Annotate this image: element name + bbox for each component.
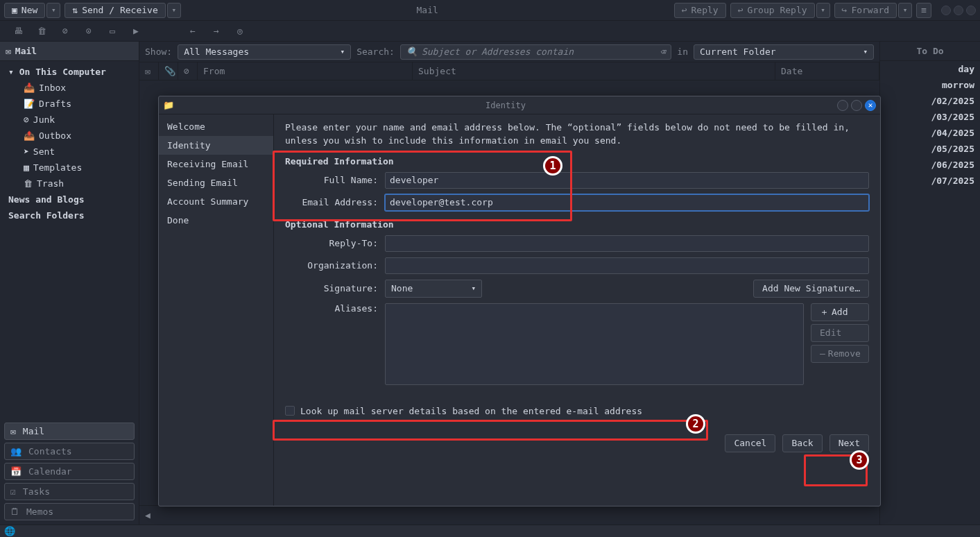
col-status-icon[interactable]: ✉	[139, 62, 159, 80]
nav-summary[interactable]: Account Summary	[159, 192, 273, 211]
highlight-box-3	[804, 454, 868, 486]
alias-add-button[interactable]: ＋Add	[811, 303, 869, 321]
forward-dropdown[interactable]: ▾	[898, 3, 912, 18]
tree-on-this-computer[interactable]: ▾ On This Computer	[0, 64, 139, 80]
search-placeholder: Subject or Addresses contain	[422, 46, 574, 57]
switcher-memos[interactable]: 🗒Memos	[4, 503, 135, 520]
optional-section-title: Optional Information	[285, 219, 869, 230]
send-receive-button[interactable]: ⇅ Send / Receive	[65, 3, 165, 18]
not-junk-icon[interactable]: ⊙	[83, 26, 94, 36]
alias-remove-button[interactable]: —Remove	[811, 345, 869, 363]
col-flag-icon[interactable]: ⊘	[178, 62, 198, 80]
junk-icon[interactable]: ⊘	[60, 26, 71, 36]
new-dropdown[interactable]: ▾	[46, 3, 60, 18]
dialog-close[interactable]: ✕	[865, 100, 876, 111]
todo-item[interactable]: /03/2025	[880, 109, 980, 125]
todo-item[interactable]: /04/2025	[880, 125, 980, 141]
nav-receiving[interactable]: Receiving Email	[159, 155, 273, 173]
nav-identity[interactable]: Identity	[159, 136, 273, 155]
group-reply-button[interactable]: ↩ Group Reply	[730, 3, 815, 18]
folder-junk[interactable]: ⊘Junk	[0, 112, 139, 128]
dialog-maximize[interactable]	[851, 100, 862, 111]
junk-folder-icon: ⊘	[24, 114, 29, 125]
col-date[interactable]: Date	[775, 62, 879, 80]
window-maximize[interactable]	[954, 6, 963, 15]
dialog-minimize[interactable]	[837, 100, 848, 111]
label-full-name: Full Name:	[285, 175, 378, 185]
switcher-mail[interactable]: ✉Mail	[4, 423, 135, 440]
alias-edit-button[interactable]: Edit	[811, 324, 869, 342]
move-icon[interactable]: ▶	[130, 26, 141, 36]
label-reply-to: Reply-To:	[285, 238, 378, 248]
reply-button[interactable]: ↩ Reply	[674, 3, 726, 18]
send-receive-dropdown[interactable]: ▾	[167, 3, 181, 18]
templates-icon: ▦	[24, 162, 29, 173]
input-organization[interactable]	[385, 257, 869, 274]
group-reply-label: Group Reply	[747, 5, 807, 15]
new-button[interactable]: ▣ New	[4, 3, 45, 18]
tree-news[interactable]: News and Blogs	[0, 191, 139, 207]
folder-drafts[interactable]: 📝Drafts	[0, 96, 139, 112]
group-reply-dropdown[interactable]: ▾	[816, 3, 830, 18]
folder-templates[interactable]: ▦Templates	[0, 160, 139, 176]
preview-toggle[interactable]: ◀	[139, 505, 879, 525]
folder-trash[interactable]: 🗑Trash	[0, 176, 139, 191]
contacts-icon: 👥	[10, 446, 22, 457]
todo-item[interactable]: /05/2025	[880, 141, 980, 157]
clear-search-icon[interactable]: ⌫	[660, 46, 666, 57]
back-button[interactable]: Back	[782, 434, 822, 452]
trash-icon[interactable]: 🗑	[36, 26, 47, 36]
next-button[interactable]: Next	[829, 434, 869, 452]
todo-item[interactable]: /06/2025	[880, 157, 980, 173]
nav-sending[interactable]: Sending Email	[159, 173, 273, 192]
back-icon[interactable]: ←	[187, 26, 198, 36]
add-signature-button[interactable]: Add New Signature…	[753, 280, 869, 298]
network-icon[interactable]: 🌐	[4, 526, 15, 536]
forward-button[interactable]: ↪ Forward	[834, 3, 897, 18]
input-reply-to[interactable]	[385, 235, 869, 252]
tree-search-folders[interactable]: Search Folders	[0, 207, 139, 223]
nav-welcome[interactable]: Welcome	[159, 117, 273, 136]
stop-icon[interactable]: ◎	[234, 26, 246, 36]
show-selector[interactable]: All Messages ▾	[178, 44, 351, 60]
main-toolbar: ▣ New ▾ ⇅ Send / Receive ▾ Mail ↩ Reply …	[0, 0, 980, 21]
row-full-name: Full Name: developer	[285, 172, 869, 189]
input-email[interactable]: developer@test.corp	[385, 194, 869, 211]
menu-button[interactable]: ≡	[916, 3, 931, 18]
sidebar-header: ✉ Mail	[0, 42, 139, 61]
component-switcher: ✉Mail 👥Contacts 📅Calendar ☑Tasks 🗒Memos	[0, 418, 139, 525]
nav-done[interactable]: Done	[159, 211, 273, 230]
folder-inbox[interactable]: 📥Inbox	[0, 80, 139, 96]
search-input[interactable]: 🔍 Subject or Addresses contain ⌫	[400, 44, 671, 60]
row-reply-to: Reply-To:	[285, 235, 869, 252]
switcher-contacts[interactable]: 👥Contacts	[4, 443, 135, 460]
lookup-checkbox[interactable]	[285, 406, 295, 416]
col-from[interactable]: From	[198, 62, 413, 80]
todo-item[interactable]: /07/2025	[880, 173, 980, 189]
select-signature[interactable]: None ▾	[385, 280, 482, 298]
forward-icon: ↪	[842, 5, 848, 15]
window-minimize[interactable]	[941, 6, 951, 15]
print-icon[interactable]: 🖶	[12, 26, 24, 36]
forward-nav-icon[interactable]: →	[211, 26, 222, 36]
input-full-name[interactable]: developer	[385, 172, 869, 189]
label-aliases: Aliases:	[285, 303, 378, 314]
archive-icon[interactable]: ▭	[107, 26, 118, 36]
folder-sent[interactable]: ➤Sent	[0, 144, 139, 160]
identity-form: Please enter your name and email address…	[274, 114, 880, 506]
todo-item[interactable]: day	[880, 61, 980, 77]
lookup-row: Look up mail server details based on the…	[285, 406, 869, 416]
switcher-calendar[interactable]: 📅Calendar	[4, 463, 135, 480]
lookup-label: Look up mail server details based on the…	[300, 406, 642, 416]
scope-selector[interactable]: Current Folder ▾	[694, 44, 874, 60]
folder-outbox[interactable]: 📤Outbox	[0, 128, 139, 144]
window-close[interactable]	[966, 6, 976, 15]
col-subject[interactable]: Subject	[413, 62, 775, 80]
todo-item[interactable]: /02/2025	[880, 93, 980, 109]
cancel-button[interactable]: Cancel	[725, 434, 775, 452]
aliases-list[interactable]	[385, 303, 804, 385]
col-attachment-icon[interactable]: 📎	[159, 62, 178, 80]
todo-item[interactable]: morrow	[880, 77, 980, 93]
switcher-tasks[interactable]: ☑Tasks	[4, 483, 135, 500]
in-label: in	[677, 46, 688, 57]
